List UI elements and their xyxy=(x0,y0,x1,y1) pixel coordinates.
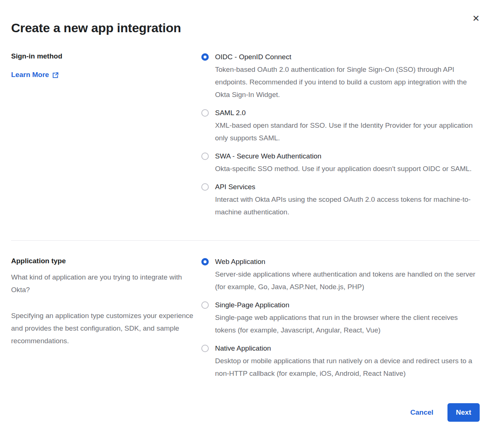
radio-option-native-application[interactable]: Native Application Desktop or mobile app… xyxy=(201,342,480,380)
close-icon[interactable]: ✕ xyxy=(472,13,480,24)
radio-option-description: Interact with Okta APIs using the scoped… xyxy=(215,193,480,218)
radio-option-label[interactable]: API Services xyxy=(215,181,480,193)
radio-unselected-icon[interactable] xyxy=(201,183,209,191)
radio-option-label[interactable]: Native Application xyxy=(215,342,480,355)
application-type-section: Application type What kind of applicatio… xyxy=(11,255,480,385)
radio-option-description: Okta-specific SSO method. Use if your ap… xyxy=(215,163,480,175)
application-type-question: What kind of application are you trying … xyxy=(11,271,194,296)
radio-selected-icon[interactable] xyxy=(201,258,209,265)
application-type-label: Application type xyxy=(11,256,194,266)
radio-unselected-icon[interactable] xyxy=(201,109,209,117)
radio-option-oidc[interactable]: OIDC - OpenID Connect Token-based OAuth … xyxy=(201,51,480,101)
learn-more-label: Learn More xyxy=(11,71,49,79)
signin-method-section: Sign-in method Learn More OIDC - OpenID … xyxy=(11,51,480,224)
external-link-icon xyxy=(52,71,59,78)
radio-option-saml[interactable]: SAML 2.0 XML-based open standard for SSO… xyxy=(201,107,480,144)
radio-option-label[interactable]: Single-Page Application xyxy=(215,299,480,311)
radio-unselected-icon[interactable] xyxy=(201,301,209,309)
radio-selected-icon[interactable] xyxy=(201,53,209,61)
radio-unselected-icon[interactable] xyxy=(201,345,209,352)
radio-option-description: Desktop or mobile applications that run … xyxy=(215,355,480,380)
radio-option-description: Server-side applications where authentic… xyxy=(215,268,480,293)
radio-option-swa[interactable]: SWA - Secure Web Authentication Okta-spe… xyxy=(201,150,480,175)
page-title: Create a new app integration xyxy=(11,21,480,35)
radio-option-single-page-application[interactable]: Single-Page Application Single-page web … xyxy=(201,299,480,337)
radio-option-description: Single-page web applications that run in… xyxy=(215,311,480,337)
radio-option-web-application[interactable]: Web Application Server-side applications… xyxy=(201,255,480,293)
learn-more-link[interactable]: Learn More xyxy=(11,71,59,79)
radio-option-label[interactable]: SAML 2.0 xyxy=(215,107,480,119)
dialog-footer: Cancel Next xyxy=(11,403,480,422)
radio-option-label[interactable]: SWA - Secure Web Authentication xyxy=(215,150,480,163)
radio-option-api-services[interactable]: API Services Interact with Okta APIs usi… xyxy=(201,181,480,218)
application-type-help-text: Specifying an application type customize… xyxy=(11,310,194,347)
radio-option-description: XML-based open standard for SSO. Use if … xyxy=(215,119,480,144)
create-app-integration-dialog: ✕ Create a new app integration Sign-in m… xyxy=(0,0,493,448)
radio-option-description: Token-based OAuth 2.0 authentication for… xyxy=(215,63,480,101)
cancel-button[interactable]: Cancel xyxy=(410,408,433,417)
next-button[interactable]: Next xyxy=(447,403,480,422)
radio-option-label[interactable]: OIDC - OpenID Connect xyxy=(215,51,480,63)
radio-option-label[interactable]: Web Application xyxy=(215,255,480,268)
radio-unselected-icon[interactable] xyxy=(201,153,209,160)
section-divider xyxy=(11,240,480,241)
signin-method-label: Sign-in method xyxy=(11,51,194,61)
